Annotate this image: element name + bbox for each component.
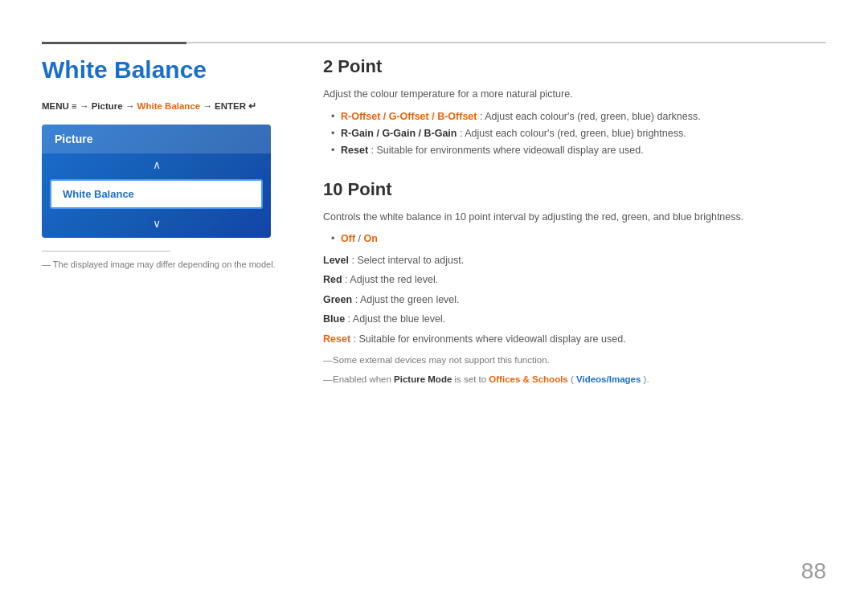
- detail-blue-text: : Adjust the blue level.: [348, 313, 446, 325]
- page-number: 88: [801, 558, 826, 584]
- note-picture-mode-bold: Picture Mode: [394, 374, 452, 384]
- detail-level-bold: Level: [323, 255, 349, 266]
- note-videos-images: Videos/Images: [576, 374, 641, 384]
- left-note-text: The displayed image may differ depending…: [53, 260, 276, 269]
- menu-arrow1: →: [80, 101, 92, 111]
- detail-blue-bold: Blue: [323, 313, 345, 325]
- detail-green-text: : Adjust the green level.: [355, 294, 460, 305]
- tv-menu-header: Picture: [42, 125, 271, 153]
- bullet-roffset: R-Offset / G-Offset / B-Offset : Adjust …: [331, 108, 826, 125]
- bullet-roffset-bold: R-Offset / G-Offset / B-Offset: [341, 111, 477, 122]
- bullet-reset-2point-text: : Suitable for environments where videow…: [371, 145, 644, 156]
- note-external-devices: Some external devices may not support th…: [323, 353, 826, 367]
- bullet-separator: /: [358, 233, 364, 244]
- bullet-reset-2point: Reset : Suitable for environments where …: [331, 142, 826, 159]
- left-note-divider: [42, 251, 170, 251]
- bullet-offon: Off / On: [331, 231, 826, 247]
- menu-prefix: MENU: [42, 101, 69, 111]
- menu-arrow3: →: [203, 101, 215, 111]
- tv-menu: Picture ∧ White Balance ∨: [42, 125, 271, 238]
- tv-menu-arrow-up: ∧: [42, 153, 271, 176]
- left-note-dash: ―: [42, 260, 53, 269]
- note-is-set-to: is set to: [455, 374, 489, 384]
- bullet-on: On: [364, 233, 378, 244]
- detail-green-bold: Green: [323, 294, 352, 305]
- bullet-rgain-bold: R-Gain / G-Gain / B-Gain: [341, 128, 457, 139]
- note-paren-open: (: [571, 374, 574, 384]
- left-note: ― The displayed image may differ dependi…: [42, 260, 291, 269]
- menu-item-whitebalance: White Balance: [137, 101, 203, 111]
- tv-menu-item-whitebalance: White Balance: [50, 179, 263, 209]
- bullet-off: Off: [341, 233, 355, 244]
- section-10point-desc: Controls the white balance in 10 point i…: [323, 210, 826, 225]
- detail-red: Red : Adjust the red level.: [323, 271, 826, 289]
- page-title: White Balance: [42, 56, 291, 84]
- section-2point-bullets: R-Offset / G-Offset / B-Offset : Adjust …: [323, 108, 826, 160]
- right-panel: 2 Point Adjust the colour temperature fo…: [323, 56, 826, 387]
- menu-item-enter: ENTER: [215, 101, 248, 111]
- menu-item-picture: Picture: [92, 101, 125, 111]
- bullet-rgain: R-Gain / G-Gain / B-Gain : Adjust each c…: [331, 125, 826, 142]
- enter-icon: ↵: [248, 101, 256, 111]
- note-picture-mode: Enabled when Picture Mode is set to Offi…: [323, 372, 826, 386]
- menu-icon: ≡: [72, 101, 80, 111]
- top-accent-line: [42, 42, 186, 44]
- detail-blue: Blue : Adjust the blue level.: [323, 310, 826, 329]
- section-10point-offon-list: Off / On: [323, 231, 826, 247]
- detail-level: Level : Select interval to adjust.: [323, 251, 826, 270]
- section-2point-title: 2 Point: [323, 56, 826, 77]
- menu-arrow2: →: [125, 101, 137, 111]
- bullet-reset-2point-bold: Reset: [341, 145, 368, 156]
- note-enabled-prefix: Enabled when: [333, 374, 394, 384]
- detail-red-text: : Adjust the red level.: [345, 274, 438, 285]
- note-offices-schools: Offices & Schools: [489, 374, 567, 384]
- section-10point-title: 10 Point: [323, 179, 826, 200]
- tv-menu-arrow-down: ∨: [42, 212, 271, 238]
- menu-path: MENU ≡ → Picture → White Balance → ENTER…: [42, 100, 291, 113]
- detail-red-bold: Red: [323, 274, 342, 285]
- note-external-devices-text: Some external devices may not support th…: [333, 355, 550, 365]
- detail-level-text: : Select interval to adjust.: [351, 255, 464, 266]
- bullet-rgain-text: : Adjust each colour's (red, green, blue…: [460, 128, 686, 139]
- section-2point-desc: Adjust the colour temperature for a more…: [323, 87, 826, 102]
- bullet-roffset-text: : Adjust each colour's (red, green, blue…: [480, 111, 701, 122]
- left-panel: White Balance MENU ≡ → Picture → White B…: [42, 56, 291, 387]
- detail-reset-bold: Reset: [323, 333, 350, 345]
- note-paren-close: ).: [644, 374, 649, 384]
- detail-reset-text: : Suitable for environments where videow…: [354, 333, 626, 345]
- detail-reset: Reset : Suitable for environments where …: [323, 330, 826, 349]
- detail-green: Green : Adjust the green level.: [323, 291, 826, 309]
